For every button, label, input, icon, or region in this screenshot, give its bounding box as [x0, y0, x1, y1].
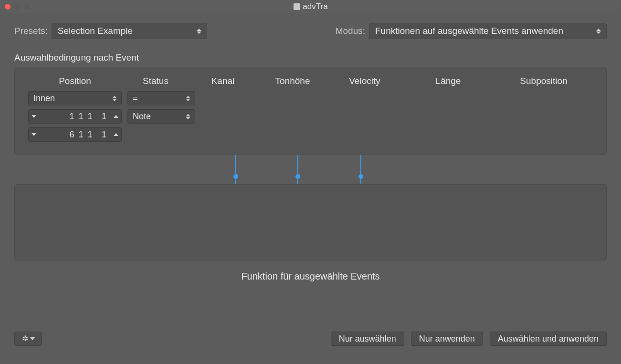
chevron-down-icon[interactable]	[29, 133, 39, 136]
col-header-velocity: Velocity	[329, 76, 400, 86]
condition-section-label: Auswahlbedingung nach Event	[14, 52, 607, 63]
titlebar: advTra	[0, 0, 621, 13]
updown-icon	[111, 96, 118, 101]
position-mode-select[interactable]: Innen	[28, 91, 122, 105]
col-header-kanal: Kanal	[189, 76, 256, 86]
condition-header-row: Position Status Kanal Tonhöhe Velocity L…	[28, 76, 593, 86]
position-mode-value: Innen	[33, 94, 107, 104]
app-icon	[293, 3, 300, 10]
status-type-value: Note	[133, 112, 180, 122]
mode-label: Modus:	[336, 26, 365, 36]
col-header-position: Position	[28, 76, 122, 86]
position-from-value: 1 1 11	[39, 112, 111, 122]
traffic-lights	[5, 4, 30, 10]
gear-icon: ✲	[22, 335, 28, 343]
apply-only-button[interactable]: Nur anwenden	[411, 332, 483, 346]
presets-label: Presets:	[14, 26, 48, 36]
mode-select[interactable]: Funktionen auf ausgewählte Events anwend…	[369, 23, 607, 39]
presets-select[interactable]: Selection Example	[52, 23, 207, 39]
updown-icon	[184, 114, 192, 119]
status-operator-value: =	[133, 94, 180, 104]
slider-kanal[interactable]	[235, 155, 237, 184]
condition-panel: Position Status Kanal Tonhöhe Velocity L…	[14, 67, 607, 155]
col-header-status: Status	[122, 76, 189, 86]
status-operator-select[interactable]: =	[127, 91, 195, 105]
col-header-laenge: Länge	[400, 76, 496, 86]
select-only-button[interactable]: Nur auswählen	[331, 332, 404, 346]
updown-icon	[595, 29, 602, 34]
position-to-field[interactable]: 6 1 11	[28, 127, 122, 142]
zoom-window-button[interactable]	[24, 4, 30, 10]
function-section-label: Funktion für ausgewählte Events	[14, 271, 607, 282]
status-type-select[interactable]: Note	[127, 109, 195, 124]
column-sliders	[14, 155, 607, 184]
select-and-apply-button[interactable]: Auswählen und anwenden	[490, 332, 607, 346]
slider-tonhoehe[interactable]	[297, 155, 299, 184]
minimize-window-button[interactable]	[14, 4, 20, 10]
presets-value: Selection Example	[58, 26, 191, 36]
slider-velocity[interactable]	[360, 155, 362, 184]
col-header-subposition: Subposition	[496, 76, 591, 86]
settings-menu-button[interactable]: ✲	[14, 332, 42, 346]
close-window-button[interactable]	[5, 4, 11, 10]
chevron-down-icon[interactable]	[29, 115, 39, 118]
position-to-value: 6 1 11	[39, 130, 111, 140]
updown-icon	[195, 29, 203, 34]
window-title: advTra	[293, 2, 327, 11]
chevron-up-icon[interactable]	[111, 133, 121, 136]
updown-icon	[184, 96, 192, 101]
mode-value: Funktionen auf ausgewählte Events anwend…	[375, 26, 591, 36]
chevron-up-icon[interactable]	[111, 115, 121, 118]
col-header-tonhoehe: Tonhöhe	[256, 76, 329, 86]
function-panel	[14, 184, 607, 260]
position-from-field[interactable]: 1 1 11	[28, 109, 122, 124]
chevron-down-icon	[30, 337, 35, 340]
window-title-text: advTra	[303, 2, 327, 11]
